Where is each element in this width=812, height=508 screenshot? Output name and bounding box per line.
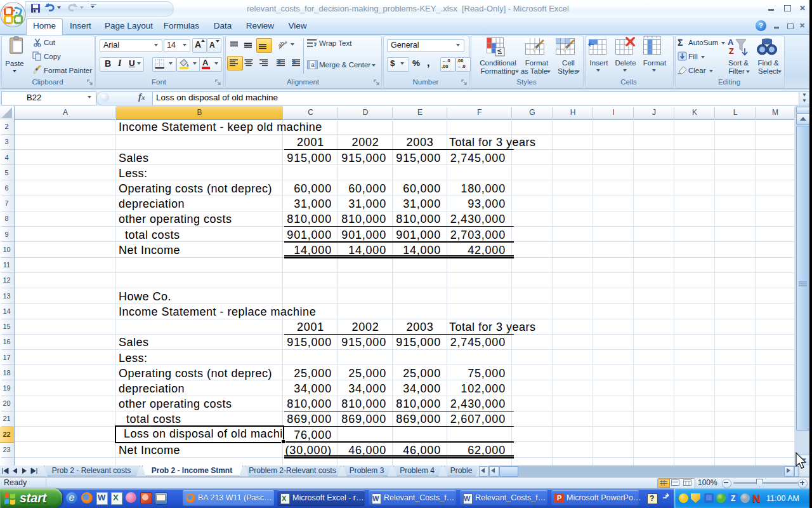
svg-text:ab: ab (278, 40, 285, 49)
svg-text:Z: Z (729, 46, 734, 56)
svg-text:a: a (311, 62, 315, 68)
svg-text:A: A (728, 37, 734, 47)
